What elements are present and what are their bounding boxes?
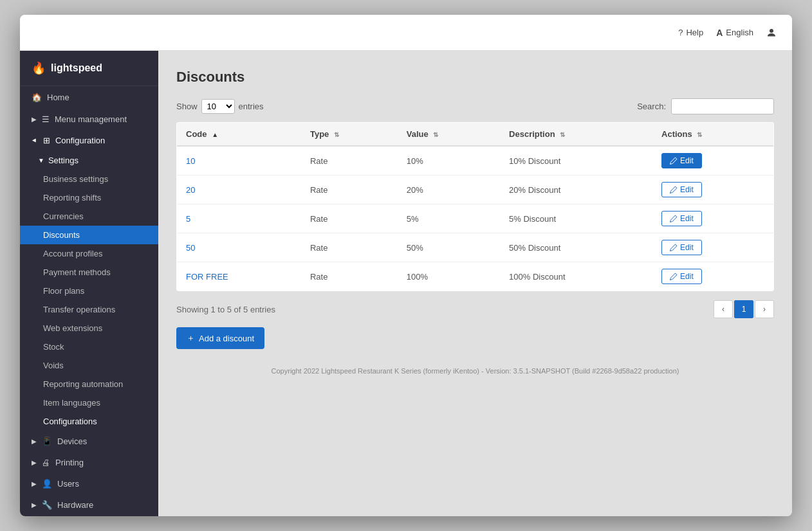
- floor-plans-label: Floor plans: [43, 286, 84, 296]
- col-header-type[interactable]: Type ⇅: [301, 123, 398, 147]
- next-page-button[interactable]: ›: [755, 300, 774, 318]
- entries-select[interactable]: 10 25 50 100: [201, 99, 235, 114]
- code-link[interactable]: 20: [186, 185, 195, 195]
- cell-description: 5% Discount: [500, 204, 652, 233]
- code-col-label: Code: [186, 129, 207, 139]
- cell-code[interactable]: FOR FREE: [177, 262, 301, 291]
- edit-icon: [670, 215, 678, 222]
- sidebar-item-business-settings[interactable]: Business settings: [20, 170, 158, 188]
- sidebar-item-users[interactable]: ▶ 👤 Users: [20, 473, 158, 494]
- edit-icon: [670, 157, 678, 165]
- device-icon: 📱: [42, 437, 52, 446]
- reporting-shifts-label: Reporting shifts: [43, 193, 101, 203]
- table-row: FOR FREERate100%100% Discount Edit: [177, 262, 774, 291]
- actions-sort-icon: ⇅: [697, 131, 702, 138]
- stock-label: Stock: [43, 342, 64, 352]
- cell-description: 50% Discount: [500, 233, 652, 262]
- content-area: Discounts Show 10 25 50 100 entries Sear…: [158, 51, 792, 516]
- table-row: 50Rate50%50% Discount Edit: [177, 233, 774, 262]
- web-extensions-label: Web extensions: [43, 323, 102, 333]
- col-header-actions[interactable]: Actions ⇅: [652, 123, 773, 147]
- edit-icon: [670, 244, 678, 251]
- search-label: Search:: [637, 102, 666, 111]
- user-icon[interactable]: [766, 28, 777, 38]
- sidebar-item-web-extensions[interactable]: Web extensions: [20, 319, 158, 338]
- sidebar-item-voids[interactable]: Voids: [20, 356, 158, 375]
- sidebar-item-item-languages[interactable]: Item languages: [20, 393, 158, 412]
- discounts-label: Discounts: [43, 230, 80, 240]
- add-button-label: Add a discount: [199, 334, 254, 343]
- sidebar-item-settings[interactable]: ▼ Settings: [20, 151, 158, 170]
- menu-management-label: Menu management: [55, 114, 127, 124]
- add-discount-button[interactable]: ＋ Add a discount: [176, 327, 264, 349]
- logo-icon: 🔥: [32, 61, 46, 75]
- currencies-label: Currencies: [43, 212, 84, 221]
- hardware-label: Hardware: [57, 500, 93, 510]
- edit-icon: [670, 273, 678, 280]
- col-header-value[interactable]: Value ⇅: [398, 123, 500, 147]
- code-link[interactable]: 10: [186, 156, 195, 166]
- reporting-automation-label: Reporting automation: [43, 379, 123, 389]
- entries-label: entries: [239, 102, 264, 111]
- sidebar-item-reporting-shifts[interactable]: Reporting shifts: [20, 188, 158, 207]
- sidebar-item-stock[interactable]: Stock: [20, 338, 158, 356]
- show-entries-control: Show 10 25 50 100 entries: [176, 99, 264, 114]
- chevron-down-icon: ▼: [31, 138, 38, 144]
- type-col-label: Type: [310, 129, 329, 139]
- help-link[interactable]: ? Help: [678, 28, 703, 37]
- business-settings-label: Business settings: [43, 174, 108, 184]
- actions-col-label: Actions: [661, 129, 692, 139]
- settings-chevron-icon: ▼: [38, 157, 44, 164]
- sidebar-item-account-profiles[interactable]: Account profiles: [20, 244, 158, 263]
- code-link[interactable]: 5: [186, 214, 190, 224]
- sidebar-item-configurations[interactable]: Configurations: [20, 412, 158, 431]
- cell-code[interactable]: 20: [177, 176, 301, 204]
- cell-type: Rate: [301, 176, 398, 204]
- cell-type: Rate: [301, 146, 398, 176]
- transfer-operations-label: Transfer operations: [43, 305, 115, 314]
- sidebar-item-devices[interactable]: ▶ 📱 Devices: [20, 431, 158, 452]
- cell-code[interactable]: 50: [177, 233, 301, 262]
- edit-button[interactable]: Edit: [661, 182, 702, 197]
- cell-actions: Edit: [652, 146, 773, 176]
- topbar-actions: ? Help A English: [678, 28, 777, 38]
- sidebar-item-payment-methods[interactable]: Payment methods: [20, 263, 158, 282]
- sidebar-item-reporting-automation[interactable]: Reporting automation: [20, 375, 158, 393]
- table-row: 20Rate20%20% Discount Edit: [177, 176, 774, 204]
- search-input[interactable]: [671, 98, 774, 114]
- sidebar-item-hardware[interactable]: ▶ 🔧 Hardware: [20, 494, 158, 516]
- cell-actions: Edit: [652, 233, 773, 262]
- sidebar-item-configuration[interactable]: ▼ ⊞ Configuration: [20, 130, 158, 151]
- cell-value: 100%: [398, 262, 500, 291]
- sidebar-item-printing[interactable]: ▶ 🖨 Printing: [20, 452, 158, 473]
- edit-button[interactable]: Edit: [661, 153, 702, 168]
- show-label: Show: [176, 102, 198, 111]
- sidebar-item-transfer-operations[interactable]: Transfer operations: [20, 300, 158, 319]
- cell-value: 10%: [398, 146, 500, 176]
- cell-code[interactable]: 5: [177, 204, 301, 233]
- cell-code[interactable]: 10: [177, 146, 301, 176]
- users-chevron-icon: ▶: [32, 480, 37, 487]
- printing-chevron-icon: ▶: [32, 459, 37, 466]
- devices-label: Devices: [57, 437, 87, 446]
- sidebar-item-currencies[interactable]: Currencies: [20, 207, 158, 226]
- language-selector[interactable]: A English: [716, 28, 753, 38]
- prev-page-button[interactable]: ‹: [714, 300, 733, 318]
- edit-button[interactable]: Edit: [661, 269, 702, 284]
- sidebar-item-menu-management[interactable]: ▶ ☰ Menu management: [20, 109, 158, 130]
- item-languages-label: Item languages: [43, 398, 100, 408]
- edit-button[interactable]: Edit: [661, 240, 702, 255]
- sidebar-item-floor-plans[interactable]: Floor plans: [20, 282, 158, 300]
- col-header-description[interactable]: Description ⇅: [500, 123, 652, 147]
- cell-description: 10% Discount: [500, 146, 652, 176]
- page-1-button[interactable]: 1: [734, 300, 753, 318]
- pagination: ‹ 1 ›: [714, 300, 774, 318]
- cell-type: Rate: [301, 204, 398, 233]
- sidebar-item-discounts[interactable]: Discounts: [20, 226, 158, 244]
- code-link[interactable]: 50: [186, 243, 195, 253]
- edit-button[interactable]: Edit: [661, 211, 702, 226]
- sidebar-item-home[interactable]: 🏠 Home: [20, 86, 158, 109]
- col-header-code[interactable]: Code ▲: [177, 123, 301, 147]
- sidebar-home-label: Home: [47, 93, 69, 102]
- code-link[interactable]: FOR FREE: [186, 272, 228, 282]
